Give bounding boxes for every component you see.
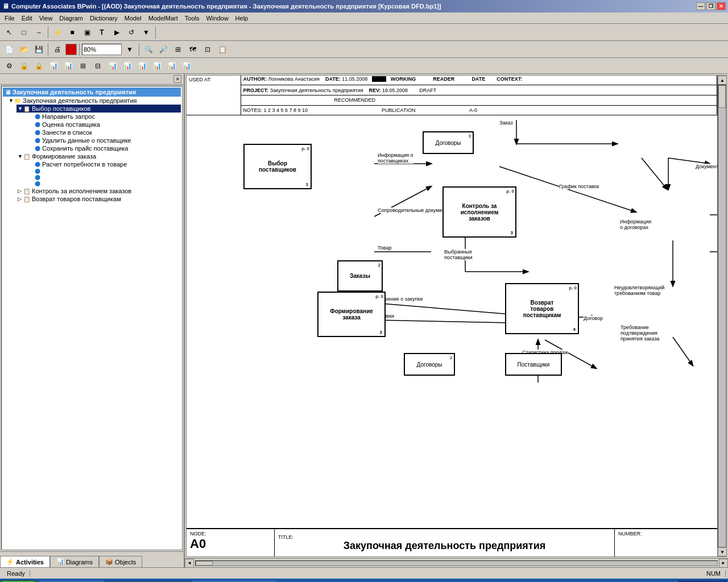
tool-play[interactable]: ▶ bbox=[110, 26, 123, 39]
box-dogovory-bot-label: Договоры bbox=[417, 361, 442, 368]
menu-modelmart[interactable]: ModelMart bbox=[145, 14, 181, 23]
btn-new[interactable]: 📄 bbox=[2, 43, 16, 56]
tree-leaf-udalit[interactable]: 🔵 Удалить данные о поставщике bbox=[34, 136, 181, 144]
btn-icon1[interactable]: ⊡ bbox=[201, 43, 214, 56]
tree-leaf-ocenka[interactable]: 🔵 Оценка поставщика bbox=[34, 120, 181, 128]
tb3-btn10[interactable]: 📊 bbox=[135, 59, 149, 73]
v-scroll-track[interactable] bbox=[718, 85, 726, 547]
expand-main[interactable]: ▼ bbox=[9, 98, 14, 103]
menu-window[interactable]: Window bbox=[202, 14, 231, 23]
btn-zoom-out[interactable]: 🔎 bbox=[156, 43, 170, 56]
expand-vybor[interactable]: ▼ bbox=[18, 106, 23, 111]
h-scroll-left[interactable]: ◄ bbox=[185, 559, 194, 568]
menu-tools[interactable]: Tools bbox=[181, 14, 203, 23]
box-kontrol[interactable]: p. 0 3 Контроль заисполнениемзаказов bbox=[442, 186, 516, 238]
tab-diagrams[interactable]: 📊 Diagrams bbox=[50, 556, 99, 567]
tb3-btn8[interactable]: 📊 bbox=[106, 59, 119, 73]
box-vozvrat[interactable]: p. 0 4 Возвраттоваровпоставщикам bbox=[505, 283, 579, 334]
menu-edit[interactable]: Edit bbox=[18, 14, 36, 23]
tool-box[interactable]: □ bbox=[17, 26, 31, 39]
tree-leaf-f2[interactable]: 🔵 bbox=[34, 168, 181, 174]
status-num: NUM bbox=[702, 570, 726, 577]
tb3-btn5[interactable]: 📊 bbox=[61, 59, 75, 73]
btn-fit[interactable]: ⊞ bbox=[171, 43, 185, 56]
leaf-icon-5: 🔵 bbox=[35, 146, 40, 151]
box-vybor[interactable]: p. 0 1 Выборпоставщиков bbox=[243, 144, 312, 189]
tool-arrow[interactable]: → bbox=[32, 26, 46, 39]
tool-rect2[interactable]: ▣ bbox=[80, 26, 94, 39]
btn-zoom-in[interactable]: 🔍 bbox=[142, 43, 155, 56]
tb3-btn12[interactable]: 📊 bbox=[165, 59, 179, 73]
v-scroll-down[interactable]: ▼ bbox=[718, 547, 727, 556]
btn-nav[interactable]: 🗺 bbox=[186, 43, 200, 56]
tree-item-vozvrat[interactable]: ▷ 📋 Возврат товаров поставщикам bbox=[16, 195, 181, 203]
tree-leaf-f3[interactable]: 🔵 bbox=[34, 174, 181, 181]
box-postavshiki-label: Поставщики bbox=[518, 361, 550, 368]
btn-color[interactable] bbox=[65, 44, 77, 55]
zoom-input[interactable]: 80% bbox=[82, 44, 122, 55]
menu-dictionary[interactable]: Dictionary bbox=[86, 14, 121, 23]
panel-close-btn[interactable]: ✕ bbox=[173, 75, 181, 83]
box-dogovory-top[interactable]: 3 Договоры bbox=[423, 131, 474, 154]
tb3-btn3[interactable]: 🔒 bbox=[32, 59, 46, 73]
tb3-btn9[interactable]: 📊 bbox=[121, 59, 134, 73]
tb3-btn4[interactable]: 📊 bbox=[47, 59, 60, 73]
v-scrollbar[interactable]: ▲ ▼ bbox=[717, 76, 726, 556]
tree-leaf-zanesti[interactable]: 🔵 Занести в список bbox=[34, 128, 181, 136]
tb3-btn6[interactable]: ⊞ bbox=[76, 59, 90, 73]
menu-view[interactable]: View bbox=[36, 14, 56, 23]
btn-save[interactable]: 💾 bbox=[32, 43, 46, 56]
box-kontrol-label: Контроль заисполнениемзаказов bbox=[461, 203, 499, 222]
tool-rect[interactable]: ■ bbox=[65, 26, 79, 39]
btn-icon2[interactable]: 📋 bbox=[216, 43, 229, 56]
btn-open[interactable]: 📂 bbox=[17, 43, 31, 56]
tool-select[interactable]: ↖ bbox=[2, 26, 16, 39]
box-vozvrat-badge: p. 0 bbox=[569, 285, 577, 290]
tb3-btn2[interactable]: 🔒 bbox=[17, 59, 31, 73]
tree-item-formir[interactable]: ▼ 📋 Формирование заказа bbox=[16, 152, 181, 160]
restore-button[interactable]: ❐ bbox=[706, 2, 715, 10]
tree-item-vybor[interactable]: ▼ 📋 Выбор поставщиков bbox=[16, 105, 181, 113]
tool-down[interactable]: ▼ bbox=[139, 26, 153, 39]
tree-leaf-raschet[interactable]: 🔵 Расчет потребности в товаре bbox=[34, 160, 181, 168]
zoom-dropdown[interactable]: ▼ bbox=[123, 43, 136, 56]
tb3-btn11[interactable]: 📊 bbox=[150, 59, 164, 73]
menu-diagram[interactable]: Diagram bbox=[56, 14, 86, 23]
tb3-btn1[interactable]: ⚙ bbox=[2, 59, 16, 73]
tree-leaf-sohranit[interactable]: 🔵 Сохранить прайс поставщика bbox=[34, 144, 181, 152]
btn-print[interactable]: 🖨 bbox=[51, 43, 64, 56]
expand-formir[interactable]: ▼ bbox=[18, 153, 23, 159]
minimize-button[interactable]: — bbox=[696, 2, 705, 10]
tab-objects[interactable]: 📦 Objects bbox=[99, 556, 142, 567]
leaf-label-4: Удалить данные о поставщике bbox=[42, 137, 131, 144]
tree-area[interactable]: 🖥 Закупочная деятельность предприятия ▼ … bbox=[1, 86, 183, 550]
tb3-btn13[interactable]: 📊 bbox=[180, 59, 193, 73]
diagram-canvas[interactable]: USED AT: AUTHOR: Лохникова Анастасия DAT… bbox=[186, 75, 727, 557]
h-scroll-track[interactable] bbox=[195, 560, 718, 566]
menu-help[interactable]: Help bbox=[232, 14, 252, 23]
box-postavshiki[interactable]: Поставщики bbox=[505, 353, 562, 376]
tab-activities[interactable]: ⚡ Activities bbox=[0, 556, 50, 567]
h-scroll-thumb[interactable] bbox=[196, 561, 213, 566]
box-zakazy[interactable]: 2 Заказы bbox=[337, 260, 383, 292]
tree-leaf-f4[interactable]: 🔵 bbox=[34, 181, 181, 187]
close-button[interactable]: ✕ bbox=[717, 2, 726, 10]
box-dogovory-bot[interactable]: 3 Договоры bbox=[404, 353, 455, 376]
expand-kontrol[interactable]: ▷ bbox=[18, 188, 23, 194]
menu-model[interactable]: Model bbox=[121, 14, 145, 23]
tree-leaf-napravit[interactable]: 🔵 Направить запрос bbox=[34, 113, 181, 120]
tool-lightning[interactable]: ⚡ bbox=[51, 26, 64, 39]
box-vybor-label: Выборпоставщиков bbox=[259, 160, 296, 173]
box-formir[interactable]: p. 0 2 Формированиезаказа bbox=[317, 292, 386, 337]
v-scroll-thumb[interactable] bbox=[718, 85, 726, 108]
v-scroll-up[interactable]: ▲ bbox=[718, 76, 727, 85]
tool-rotate[interactable]: ↺ bbox=[125, 26, 138, 39]
h-scroll-right[interactable]: ► bbox=[719, 559, 728, 568]
tree-item-main[interactable]: ▼ 📁 Закупочная деятельность предприятия bbox=[5, 97, 181, 105]
expand-vozvrat[interactable]: ▷ bbox=[18, 196, 23, 202]
menu-file[interactable]: File bbox=[1, 14, 18, 23]
box-kontrol-num: 3 bbox=[511, 230, 513, 235]
tree-item-kontrol[interactable]: ▷ 📋 Контроль за исполнением заказов bbox=[16, 187, 181, 195]
tool-text[interactable]: T bbox=[95, 26, 109, 39]
tb3-btn7[interactable]: ⊟ bbox=[91, 59, 105, 73]
